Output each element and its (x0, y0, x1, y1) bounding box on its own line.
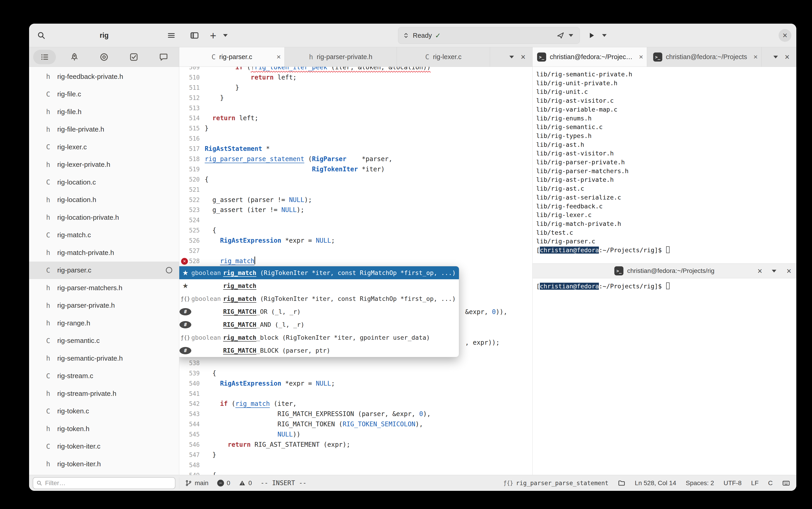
file-list-item[interactable]: h rig-feedback-private.h (29, 68, 179, 86)
line-number-gutter[interactable]: 515 (179, 124, 205, 134)
file-list-item[interactable]: C rig-semantic.c (29, 332, 179, 350)
completion-item[interactable]: ƒ{} gboolean rig_match (RigTokenIter *it… (179, 292, 459, 305)
rail-tab-todo[interactable] (122, 50, 145, 64)
tab-close-button[interactable]: × (757, 264, 762, 278)
completion-item[interactable]: ★ gboolean rig_match (RigTokenIter *iter… (179, 266, 459, 279)
run-button[interactable] (585, 29, 598, 42)
terminal-pane-1[interactable]: lib/rig-semantic-private.hlib/rig-unit-p… (533, 67, 796, 264)
branch-indicator[interactable]: main (185, 479, 209, 487)
completion-item[interactable]: ƒ{} gboolean rig_match_block (RigTokenIt… (179, 331, 459, 344)
terminal-pane-2[interactable]: [christian@fedora:~/Projects/rig]$ (533, 278, 796, 475)
line-number-gutter[interactable]: 546 (179, 440, 205, 450)
tab-close-button[interactable]: × (639, 53, 643, 61)
filter-box[interactable] (33, 477, 175, 489)
terminal-tab[interactable]: >_ christian@fedora:~/Projects × (647, 47, 762, 67)
rail-tab-outline[interactable] (33, 50, 56, 64)
file-list-item[interactable]: C rig-token-iter.c (29, 438, 179, 455)
code-line[interactable]: 527 (179, 246, 532, 256)
line-number-gutter[interactable]: 543 (179, 409, 205, 419)
rail-tab-diagnostics[interactable] (93, 50, 115, 64)
keyboard-button[interactable] (782, 479, 790, 487)
line-number-gutter[interactable]: 545 (179, 430, 205, 440)
file-list-item[interactable]: h rig-parser-private.h (29, 297, 179, 314)
line-number-gutter[interactable]: 511 (179, 83, 205, 93)
code-line[interactable]: 543 RIG_MATCH_EXPRESSION (parser, &expr,… (179, 409, 532, 419)
build-button[interactable] (555, 30, 566, 41)
rail-tab-comments[interactable] (152, 50, 175, 64)
toggle-sidebar-button[interactable] (188, 29, 201, 42)
file-list-item[interactable]: C rig-lexer.c (29, 138, 179, 156)
terminal-tab[interactable]: >_ christian@fedora:~/Projects/rig × (533, 47, 647, 67)
line-number-gutter[interactable]: 516 (179, 134, 205, 144)
file-list-item[interactable]: h rig-match-private.h (29, 244, 179, 262)
completion-item[interactable]: # RIG_MATCH_AND (_l, _r) (179, 318, 459, 331)
line-ending[interactable]: LF (751, 479, 758, 487)
run-menu-button[interactable] (600, 29, 609, 42)
current-symbol[interactable]: ƒ{} rig_parser_parse_statement (503, 480, 608, 486)
language-mode[interactable]: C (768, 479, 773, 487)
line-number-gutter[interactable]: 538 (179, 358, 205, 368)
code-line[interactable]: 542 if (rig_match (iter, (179, 399, 532, 409)
encoding[interactable]: UTF-8 (723, 479, 742, 487)
code-line[interactable]: 511 } (179, 83, 532, 93)
line-number-gutter[interactable]: 512 (179, 93, 205, 103)
code-line[interactable]: 548 (179, 460, 532, 470)
window-close-button[interactable]: × (779, 29, 791, 42)
code-editor[interactable]: 509 if (!rig_token_iter_peek (iter, &tok… (179, 67, 533, 475)
code-line[interactable]: 521 (179, 185, 532, 195)
line-number-gutter[interactable]: × 528 (179, 256, 205, 266)
terminal-close-page-button[interactable]: × (786, 264, 791, 278)
line-number-gutter[interactable]: 525 (179, 226, 205, 236)
editor-tab-list-button[interactable] (509, 56, 514, 58)
code-line[interactable]: 517 RigAstStatement * (179, 144, 532, 154)
terminal-tab-list-button[interactable] (772, 264, 776, 278)
line-number-gutter[interactable]: 520 (179, 174, 205, 185)
code-line[interactable]: 519 RigTokenIter *iter) (179, 164, 532, 174)
file-list-item[interactable]: C rig-file.c (29, 86, 179, 103)
code-line[interactable]: 510 return left; (179, 72, 532, 83)
file-list-item[interactable]: h rig-semantic-private.h (29, 349, 179, 367)
code-line[interactable]: 545 NULL)) (179, 430, 532, 440)
file-list-item[interactable]: h rig-parser-matchers.h (29, 279, 179, 297)
code-line[interactable]: 513 (179, 103, 532, 113)
code-line[interactable]: 512 } (179, 93, 532, 103)
search-button[interactable] (35, 29, 48, 42)
file-list-item[interactable]: h rig-lexer-private.h (29, 156, 179, 174)
project-folder-button[interactable] (618, 479, 625, 487)
line-number-gutter[interactable]: 519 (179, 164, 205, 174)
file-list-item[interactable]: h rig-range.h (29, 314, 179, 332)
line-number-gutter[interactable]: 524 (179, 215, 205, 226)
line-number-gutter[interactable]: 527 (179, 246, 205, 256)
code-line[interactable]: 520 { (179, 174, 532, 185)
menu-button[interactable] (165, 29, 178, 42)
code-line[interactable]: 549 { (179, 470, 532, 475)
line-number-gutter[interactable]: 540 (179, 379, 205, 389)
completion-item[interactable]: ★ rig_match (179, 279, 459, 292)
file-list-item[interactable]: h rig-token.h (29, 420, 179, 438)
code-line[interactable]: 518 rig_parser_parse_statement (RigParse… (179, 154, 532, 164)
line-number-gutter[interactable]: 539 (179, 368, 205, 379)
line-number-gutter[interactable]: 542 (179, 399, 205, 409)
line-number-gutter[interactable]: 544 (179, 419, 205, 430)
code-line[interactable]: 509 if (!rig_token_iter_peek (iter, &tok… (179, 67, 532, 72)
indentation-mode[interactable]: Spaces: 2 (686, 479, 714, 487)
code-line[interactable]: 525 { (179, 226, 532, 236)
file-list-item[interactable]: h rig-location.h (29, 191, 179, 209)
warning-counter[interactable]: 0 (239, 479, 252, 487)
code-line[interactable]: 514 return left; (179, 113, 532, 124)
line-number-gutter[interactable]: 521 (179, 185, 205, 195)
tab-close-button[interactable]: × (277, 53, 281, 61)
file-list-item[interactable]: C rig-location.c (29, 173, 179, 191)
line-number-gutter[interactable]: 523 (179, 205, 205, 215)
editor-close-page-button[interactable]: × (521, 53, 526, 61)
cursor-position[interactable]: Ln 528, Col 14 (635, 479, 676, 487)
code-line[interactable]: 523 g_assert (iter != NULL); (179, 205, 532, 215)
terminal-pane-2-tab-title[interactable]: christian@fedora:~/Projects/rig (627, 267, 714, 274)
file-list-item[interactable]: h rig-stream-private.h (29, 385, 179, 402)
file-list-item[interactable]: h rig-token-iter.h (29, 455, 179, 473)
file-list-item[interactable]: h rig-file-private.h (29, 121, 179, 138)
code-line[interactable]: × 528 rig_match (179, 256, 532, 266)
tab-close-button[interactable]: × (753, 53, 758, 61)
code-line[interactable]: 515 } (179, 124, 532, 134)
editor-tab[interactable]: h rig-parser-private.h (285, 47, 397, 67)
